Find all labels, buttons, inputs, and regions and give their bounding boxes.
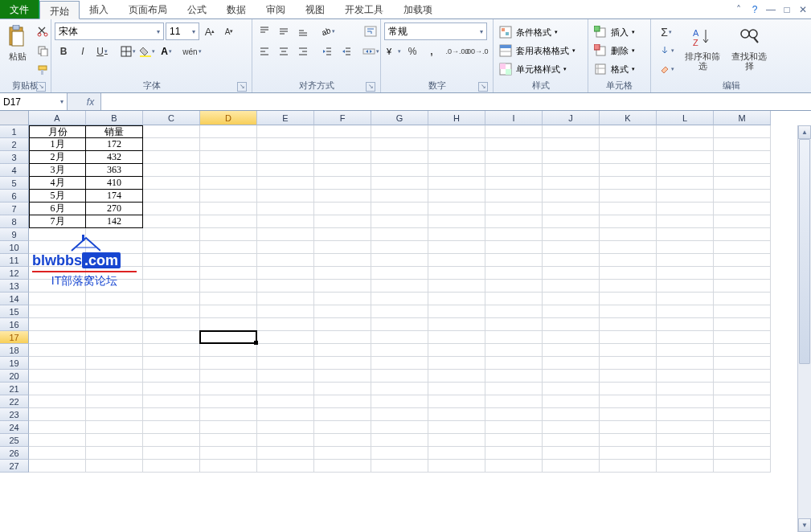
cell[interactable] [86,305,143,318]
cell[interactable] [371,267,428,280]
font-name-combo[interactable]: 宋体▾ [55,23,164,40]
cell[interactable] [257,254,314,267]
column-header[interactable]: J [543,111,600,125]
cell[interactable] [143,383,200,395]
cell[interactable] [657,383,714,395]
cell[interactable] [657,331,714,344]
font-launcher[interactable]: ↘ [237,82,247,92]
worksheet-grid[interactable]: ABCDEFGHIJKLM 1月份销量21月17232月43243月36354月… [0,111,811,532]
tab-4[interactable]: 数据 [217,0,256,18]
row-header[interactable]: 21 [0,383,29,395]
cell[interactable] [543,215,600,228]
cell[interactable] [543,164,600,177]
cell[interactable] [543,190,600,203]
cell[interactable] [714,305,771,318]
cell[interactable] [314,190,371,203]
cell[interactable] [257,280,314,293]
cell[interactable] [143,151,200,164]
cell[interactable] [257,164,314,177]
cell[interactable] [257,370,314,383]
cell[interactable] [485,357,543,370]
cell[interactable] [371,293,428,305]
cell[interactable] [29,357,86,370]
cell[interactable] [600,164,657,177]
cell[interactable] [600,344,657,357]
cell[interactable] [714,395,771,408]
find-select-button[interactable]: 查找和选择 [727,21,772,74]
align-middle-button[interactable] [275,23,293,40]
cell[interactable] [371,280,428,293]
cell[interactable] [314,357,371,370]
cell[interactable]: 2月 [29,151,86,164]
cell[interactable] [657,293,714,305]
cell[interactable] [200,151,257,164]
cell[interactable] [657,370,714,383]
cell[interactable] [428,305,485,318]
format-as-table-button[interactable]: 套用表格格式▾ [497,42,575,59]
row-header[interactable]: 17 [0,331,29,344]
number-launcher[interactable]: ↘ [478,82,488,92]
row-header[interactable]: 15 [0,305,29,318]
cell[interactable] [657,447,714,460]
cell[interactable] [86,434,143,447]
cell[interactable] [200,241,257,254]
cell[interactable] [143,434,200,447]
cell[interactable] [371,331,428,344]
cell[interactable]: 5月 [29,190,86,203]
cell[interactable] [257,331,314,344]
tab-7[interactable]: 开发工具 [335,0,394,18]
cell[interactable] [29,370,86,383]
cell[interactable]: 月份 [29,125,86,138]
cell[interactable] [543,434,600,447]
column-header[interactable]: B [86,111,143,125]
cell[interactable] [314,280,371,293]
cell[interactable] [314,293,371,305]
cell[interactable] [257,383,314,395]
column-header[interactable]: I [485,111,543,125]
cell[interactable] [543,203,600,215]
font-color-button[interactable]: A [158,43,175,60]
cell[interactable] [543,318,600,331]
cell[interactable] [714,460,771,473]
phonetic-button[interactable]: wén [183,43,201,60]
fill-color-button[interactable] [138,43,156,60]
cell[interactable]: 270 [86,203,143,215]
tab-6[interactable]: 视图 [296,0,335,18]
cell[interactable] [143,305,200,318]
cell[interactable] [428,447,485,460]
row-header[interactable]: 14 [0,293,29,305]
cell[interactable] [29,421,86,434]
row-header[interactable]: 19 [0,357,29,370]
cell[interactable] [29,434,86,447]
cell[interactable] [543,254,600,267]
cell[interactable] [314,164,371,177]
cell[interactable] [657,164,714,177]
format-cells-button[interactable]: 格式▾ [592,60,635,78]
cell[interactable] [485,177,543,190]
cell[interactable] [485,293,543,305]
cell[interactable] [657,241,714,254]
cell[interactable] [485,138,543,151]
cell[interactable]: 销量 [86,125,143,138]
cell[interactable] [714,228,771,241]
cell[interactable] [657,125,714,138]
cell[interactable] [485,447,543,460]
cell[interactable] [371,138,428,151]
cell[interactable] [485,190,543,203]
cell[interactable] [86,395,143,408]
cell[interactable] [314,241,371,254]
cell[interactable] [143,421,200,434]
column-header[interactable]: C [143,111,200,125]
cell[interactable] [600,447,657,460]
cell[interactable] [543,357,600,370]
cell[interactable] [485,305,543,318]
row-header[interactable]: 27 [0,460,29,473]
cell[interactable] [485,318,543,331]
cell[interactable] [86,344,143,357]
cell[interactable] [257,344,314,357]
column-header[interactable]: L [657,111,714,125]
cell[interactable] [143,203,200,215]
cell[interactable] [371,164,428,177]
cell[interactable]: 4月 [29,177,86,190]
number-format-combo[interactable]: 常规▾ [384,23,487,40]
